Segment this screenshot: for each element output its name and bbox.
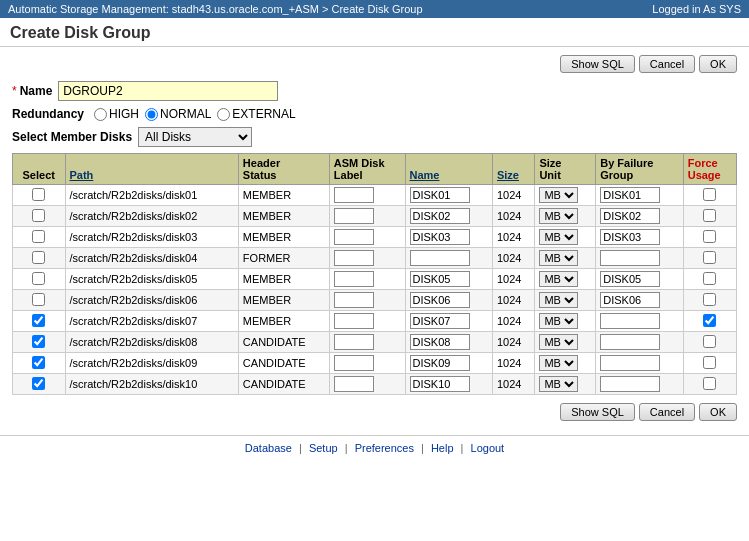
row-select-checkbox[interactable] [32, 230, 45, 243]
row-force-usage[interactable] [683, 227, 736, 248]
asm-label-input[interactable] [334, 271, 374, 287]
row-select-cell[interactable] [13, 185, 66, 206]
disk-name-input[interactable] [410, 229, 470, 245]
row-force-usage[interactable] [683, 374, 736, 395]
disk-name-input[interactable] [410, 292, 470, 308]
force-usage-checkbox[interactable] [703, 230, 716, 243]
size-unit-select[interactable]: MBGB [539, 292, 578, 308]
cancel-button-bottom[interactable]: Cancel [639, 403, 695, 421]
redundancy-high[interactable]: HIGH [94, 107, 139, 121]
row-failure-group[interactable] [596, 185, 683, 206]
row-select-checkbox[interactable] [32, 314, 45, 327]
asm-label-input[interactable] [334, 250, 374, 266]
row-failure-group[interactable] [596, 227, 683, 248]
row-failure-group[interactable] [596, 248, 683, 269]
footer-setup-link[interactable]: Setup [309, 442, 338, 454]
row-force-usage[interactable] [683, 248, 736, 269]
row-failure-group[interactable] [596, 332, 683, 353]
disk-name-input[interactable] [410, 334, 470, 350]
row-select-checkbox[interactable] [32, 293, 45, 306]
row-select-checkbox[interactable] [32, 335, 45, 348]
row-asm-label[interactable] [329, 185, 405, 206]
failure-group-input[interactable] [600, 271, 660, 287]
row-asm-label[interactable] [329, 311, 405, 332]
show-sql-button-bottom[interactable]: Show SQL [560, 403, 635, 421]
row-name[interactable] [405, 332, 492, 353]
row-size-unit[interactable]: MBGB [535, 227, 596, 248]
row-name[interactable] [405, 269, 492, 290]
row-size-unit[interactable]: MBGB [535, 290, 596, 311]
row-select-cell[interactable] [13, 374, 66, 395]
disk-name-input[interactable] [410, 208, 470, 224]
failure-group-input[interactable] [600, 355, 660, 371]
asm-label-input[interactable] [334, 208, 374, 224]
force-usage-checkbox[interactable] [703, 314, 716, 327]
row-select-cell[interactable] [13, 248, 66, 269]
row-name[interactable] [405, 227, 492, 248]
row-select-cell[interactable] [13, 332, 66, 353]
asm-label-input[interactable] [334, 334, 374, 350]
row-size-unit[interactable]: MBGB [535, 248, 596, 269]
force-usage-checkbox[interactable] [703, 356, 716, 369]
failure-group-input[interactable] [600, 229, 660, 245]
row-name[interactable] [405, 374, 492, 395]
row-name[interactable] [405, 311, 492, 332]
row-select-checkbox[interactable] [32, 251, 45, 264]
failure-group-input[interactable] [600, 313, 660, 329]
row-failure-group[interactable] [596, 290, 683, 311]
row-select-checkbox[interactable] [32, 356, 45, 369]
asm-label-input[interactable] [334, 292, 374, 308]
force-usage-checkbox[interactable] [703, 209, 716, 222]
size-unit-select[interactable]: MBGB [539, 334, 578, 350]
row-force-usage[interactable] [683, 269, 736, 290]
disk-name-input[interactable] [410, 250, 470, 266]
redundancy-external[interactable]: EXTERNAL [217, 107, 295, 121]
asm-label-input[interactable] [334, 376, 374, 392]
footer-logout-link[interactable]: Logout [471, 442, 505, 454]
disk-name-input[interactable] [410, 271, 470, 287]
row-asm-label[interactable] [329, 206, 405, 227]
row-force-usage[interactable] [683, 353, 736, 374]
row-name[interactable] [405, 290, 492, 311]
asm-label-input[interactable] [334, 229, 374, 245]
asm-label-input[interactable] [334, 313, 374, 329]
row-size-unit[interactable]: MBGB [535, 185, 596, 206]
force-usage-checkbox[interactable] [703, 188, 716, 201]
row-force-usage[interactable] [683, 206, 736, 227]
row-failure-group[interactable] [596, 374, 683, 395]
asm-label-input[interactable] [334, 355, 374, 371]
force-usage-checkbox[interactable] [703, 293, 716, 306]
size-unit-select[interactable]: MBGB [539, 313, 578, 329]
row-asm-label[interactable] [329, 374, 405, 395]
disk-name-input[interactable] [410, 376, 470, 392]
row-select-cell[interactable] [13, 311, 66, 332]
footer-help-link[interactable]: Help [431, 442, 454, 454]
row-size-unit[interactable]: MBGB [535, 206, 596, 227]
row-select-cell[interactable] [13, 353, 66, 374]
row-force-usage[interactable] [683, 311, 736, 332]
size-unit-select[interactable]: MBGB [539, 355, 578, 371]
row-asm-label[interactable] [329, 332, 405, 353]
row-asm-label[interactable] [329, 269, 405, 290]
size-unit-select[interactable]: MBGB [539, 229, 578, 245]
row-failure-group[interactable] [596, 353, 683, 374]
failure-group-input[interactable] [600, 334, 660, 350]
redundancy-normal[interactable]: NORMAL [145, 107, 211, 121]
disk-name-input[interactable] [410, 187, 470, 203]
row-asm-label[interactable] [329, 353, 405, 374]
show-sql-button-top[interactable]: Show SQL [560, 55, 635, 73]
row-force-usage[interactable] [683, 290, 736, 311]
row-size-unit[interactable]: MBGB [535, 332, 596, 353]
failure-group-input[interactable] [600, 292, 660, 308]
row-name[interactable] [405, 353, 492, 374]
name-input[interactable] [58, 81, 278, 101]
row-select-checkbox[interactable] [32, 188, 45, 201]
force-usage-checkbox[interactable] [703, 272, 716, 285]
row-name[interactable] [405, 248, 492, 269]
row-name[interactable] [405, 185, 492, 206]
force-usage-checkbox[interactable] [703, 335, 716, 348]
row-select-checkbox[interactable] [32, 272, 45, 285]
asm-label-input[interactable] [334, 187, 374, 203]
failure-group-input[interactable] [600, 208, 660, 224]
row-asm-label[interactable] [329, 248, 405, 269]
